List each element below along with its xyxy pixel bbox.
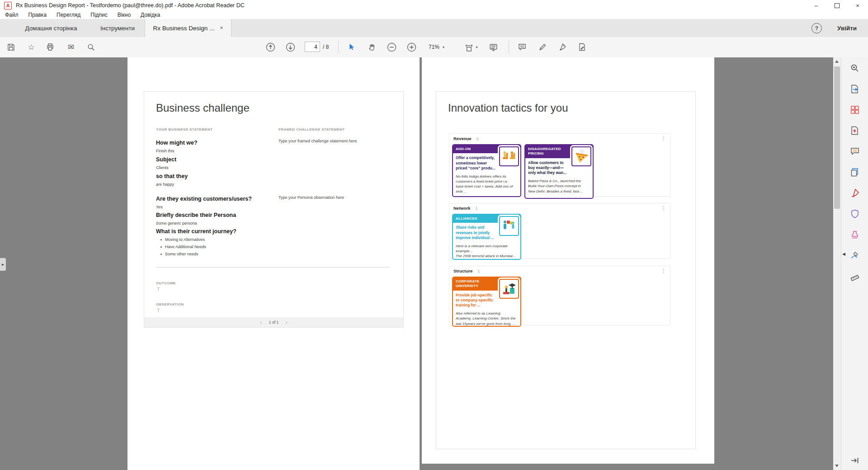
search-tool-button[interactable] [849,63,860,74]
acrobat-window: A Rx Business Design Report - Testfordem… [0,0,868,470]
panel-collapse-icon[interactable]: ◀ [842,252,845,256]
combine-files-button[interactable] [849,167,860,178]
help-icon[interactable]: ? [811,23,822,33]
email-button[interactable]: ✉ [63,37,79,57]
select-tool-button[interactable] [343,37,359,57]
next-page-button[interactable] [282,37,298,57]
section-name: Revenue [453,136,472,141]
page-up-icon [265,42,276,52]
chevron-right-icon: › [286,320,287,325]
kebab-menu-icon: ⋮ [661,136,666,141]
save-button[interactable] [3,37,19,57]
fill-sign-tool-button[interactable] [849,188,860,198]
tactic-card-example: Also referred to as Learning Academy, Le… [456,311,517,326]
framed-challenge-label: FRAMED CHALLENGE STATEMENT [278,127,345,132]
business-challenge-panel: Business challenge YOUR BUSINESS STATEME… [144,91,404,328]
find-button[interactable] [83,37,99,57]
zoom-level-dropdown[interactable]: 71% ▾ [429,37,444,57]
reading-mode-button[interactable] [485,37,501,57]
export-pdf-icon [850,84,860,94]
comment-tool-button[interactable] [849,146,860,157]
highlight-button[interactable] [534,37,551,57]
persona-observation-placeholder: Type your Persona observation here [278,195,344,200]
zoom-out-button[interactable] [383,37,400,57]
business-statement-label: YOUR BUSINESS STATEMENT [156,127,212,132]
tactic-card-body: Allow customers to buy exactly—and—only … [528,160,569,176]
scroll-up-icon[interactable] [835,60,839,63]
menu-help[interactable]: Довідка [136,12,165,18]
certificates-tool-button[interactable] [849,250,860,261]
minimize-button[interactable]: – [806,0,826,11]
vertical-scrollbar[interactable] [833,57,841,470]
section-network-cards: ALLIANCES Share risks and revenues to jo… [452,214,670,260]
measure-tool-button[interactable] [849,271,860,282]
scrollbar-thumb[interactable] [834,66,840,209]
panel-pagination: ‹ 1 of 1 › [144,317,403,327]
export-pdf-button[interactable] [849,84,860,94]
comment-button[interactable] [514,37,530,57]
fountain-pen-icon [558,42,567,52]
stamp-tool-button[interactable] [849,229,860,240]
question-how-might-we: How might we? [156,140,198,146]
section-count: 1 [475,206,477,211]
star-button[interactable]: ☆ [23,37,39,57]
question-current-journey: What is their current journey? [156,228,236,235]
navigation-pane-toggle[interactable]: ► [0,258,6,271]
protect-tool-button[interactable] [849,208,860,219]
outcome-label: OUTCOME [156,281,176,285]
chevron-down-icon: ▾ [443,45,444,49]
tools-panel: ◀ [841,57,868,470]
journey-bullet: Moving to Alternatives [160,237,205,242]
tactic-card-add-on: ADD-ON Offer a competitively, sometimes … [452,144,521,197]
menu-file[interactable]: Файл [0,12,24,18]
zoom-in-icon [406,42,417,52]
kebab-menu-icon: ⋮ [661,206,666,211]
tab-close-icon[interactable]: × [220,25,223,31]
zoom-in-button[interactable] [403,37,420,57]
page-total: / 8 [323,37,329,57]
close-button[interactable]: × [847,0,868,11]
tactic-card-body: Offer a competitively, sometimes lower p… [456,155,497,171]
page-down-icon [285,42,296,52]
create-pdf-button[interactable] [849,125,860,136]
page-fit-dropdown[interactable]: ▾ [460,37,482,57]
tab-document[interactable]: Rx Business Design ... × [145,19,231,37]
menu-view[interactable]: Перегляд [52,12,85,18]
puzzle-people-icon [499,216,519,236]
open-tools-pane-button[interactable] [849,455,860,466]
scroll-down-icon[interactable] [835,465,839,467]
organize-pages-button[interactable] [849,104,860,115]
expand-pane-icon [850,456,860,465]
innovation-tactics-panel: Innovation tactics for you Revenue 2 ⋮ A… [436,91,696,449]
maximize-button[interactable] [826,0,847,11]
previous-page-button[interactable] [262,37,278,57]
tactic-card-body: Provide job-specific or company-specific… [456,293,497,308]
chevron-down-icon: ▾ [476,45,477,49]
print-button[interactable] [42,37,58,57]
tab-home[interactable]: Домашня сторінка [14,19,89,37]
framed-challenge-placeholder: Type your framed challenge statement her… [278,139,357,143]
menu-edit[interactable]: Правка [24,12,52,18]
sign-in-button[interactable]: Увійти [837,19,857,37]
send-for-signature-button[interactable] [574,37,590,57]
menu-bar: Файл Правка Перегляд Підпис Вікно Довідк… [0,11,868,19]
maximize-icon [835,3,840,8]
menu-sign[interactable]: Підпис [85,12,113,18]
search-plus-icon [850,63,860,73]
section-name: Network [453,206,470,211]
menu-window[interactable]: Вікно [113,12,136,18]
journey-bullet: Have Additional Needs [160,244,206,249]
fill-sign-button[interactable] [554,37,571,57]
tab-tools[interactable]: Інструменти [93,19,142,37]
shield-icon [850,209,860,219]
tactic-card-body: Share risks and revenues to jointly impr… [456,225,497,240]
page-number-input[interactable]: 4 [305,42,320,52]
page-indicator: 1 of 1 [269,320,278,324]
tactic-card-disaggregated-pricing: DISAGGREGATED PRICING Allow customers to… [524,144,594,199]
tab-bar: Домашня сторінка Інструменти Rx Business… [0,19,868,38]
pdf-page-right: Innovation tactics for you Revenue 2 ⋮ A… [422,57,714,464]
tactic-card-example: Here is a relevant non-corporate example… [456,244,517,258]
signature-pen-icon [850,250,860,260]
question-existing-customers: Are they existing customers/users? [156,196,252,202]
hand-tool-button[interactable] [363,37,380,57]
